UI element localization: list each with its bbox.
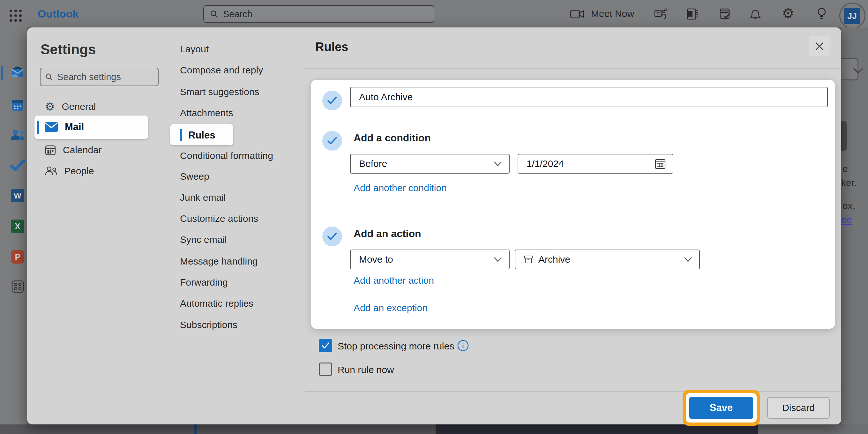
todo-icon[interactable] [719,8,732,21]
pane-divider [305,27,305,425]
close-button[interactable] [809,36,830,56]
add-another-action-link[interactable]: Add another action [353,275,434,286]
category-item-junk-email[interactable]: Junk email [180,192,226,203]
category-item-customize-actions[interactable]: Customize actions [180,214,258,224]
save-button[interactable]: Save [689,397,753,419]
category-item-sweep[interactable]: Sweep [180,172,209,182]
sidebar-item-label: Calendar [63,145,102,155]
action-target-dropdown[interactable]: Archive [515,250,700,269]
background-bottom-reading-pane [436,425,758,434]
app-launcher-waffle-icon[interactable] [9,9,22,22]
category-item-rules-selected[interactable]: Rules [170,124,233,145]
rule-editor-card: Add a condition Before 1/1/2024 Add anot… [311,80,835,329]
settings-dialog: Settings Search settings ⚙ General Mail [27,27,841,425]
archive-icon [524,255,533,264]
condition-section-title: Add a condition [353,132,431,144]
category-item-forwarding[interactable]: Forwarding [180,277,228,287]
calendar-icon[interactable] [11,98,24,112]
camera-icon[interactable] [570,9,584,19]
settings-search-input[interactable]: Search settings [40,68,159,86]
chevron-down-icon [494,161,502,166]
category-item-attachments[interactable]: Attachments [180,108,233,118]
category-item-smart-suggestions[interactable]: Smart suggestions [180,87,259,97]
check-icon [321,342,330,349]
category-item-conditional-formatting[interactable]: Conditional formatting [180,151,273,161]
background-bottom-left [0,425,436,434]
outlook-top-bar: Outlook Search Meet Now N [0,0,868,27]
category-item-automatic-replies[interactable]: Automatic replies [180,299,253,309]
discard-button[interactable]: Discard [767,397,830,419]
save-highlight-inner: Save [686,393,756,423]
settings-gear-icon[interactable]: ⚙ [782,5,794,21]
step-complete-check-icon [322,131,342,151]
action-type-value: Move to [359,254,393,265]
page-title-rules: Rules [315,40,348,54]
sidebar-item-label: People [64,166,94,177]
background-bottom-right [758,425,868,434]
tips-lightbulb-icon[interactable] [816,7,827,21]
people-icon[interactable] [10,129,25,141]
save-highlight-ring: Save [683,390,760,426]
add-another-condition-link[interactable]: Add another condition [353,183,447,193]
header-divider [305,68,841,69]
sidebar-item-calendar[interactable]: Calendar [45,140,102,160]
action-section-title: Add an action [353,228,421,240]
condition-type-value: Before [359,158,387,169]
sidebar-item-label: Mail [65,121,84,133]
more-apps-icon[interactable] [11,280,24,293]
search-icon [45,73,53,81]
notifications-bell-icon[interactable] [749,7,762,21]
condition-type-dropdown[interactable]: Before [350,154,509,174]
category-item-label: Rules [188,130,215,141]
avatar-initials[interactable]: JJ [844,8,860,24]
background-text-fragment: ker. [841,178,857,188]
search-icon [210,9,219,19]
date-picker-calendar-icon[interactable] [655,158,666,169]
rule-name-field[interactable] [350,87,828,107]
meet-now-button[interactable]: Meet Now [591,0,634,27]
category-item-sync-email[interactable]: Sync email [180,235,227,245]
run-rule-now-checkbox[interactable] [319,363,332,376]
footer-divider [305,391,841,392]
mail-icon[interactable] [10,66,25,79]
category-item-compose[interactable]: Compose and reply [180,65,263,75]
svg-text:N: N [689,11,692,17]
category-item-layout[interactable]: Layout [180,44,209,54]
category-item-subscriptions[interactable]: Subscriptions [180,320,238,330]
people-icon [45,166,57,176]
add-an-exception-link[interactable]: Add an exception [353,303,428,313]
teams-icon[interactable] [654,8,667,20]
action-type-dropdown[interactable]: Move to [350,250,509,269]
step-complete-check-icon [322,91,342,111]
onenote-icon[interactable]: N [686,8,699,21]
gear-icon: ⚙ [45,100,55,113]
condition-date-value: 1/1/2024 [527,158,564,169]
sidebar-item-mail[interactable]: Mail [34,116,148,139]
rule-name-input[interactable] [359,91,819,103]
category-item-message-handling[interactable]: Message handling [180,256,258,267]
app-rail: W X P [0,27,27,425]
close-icon [814,41,825,51]
rail-selected-indicator [1,66,3,81]
chevron-down-icon [494,256,502,262]
search-placeholder: Search [223,9,252,20]
screen: Outlook Search Meet Now N [0,0,868,434]
word-icon[interactable]: W [11,189,24,202]
condition-date-field[interactable]: 1/1/2024 [518,154,673,174]
background-chevron-down-icon [853,67,864,74]
info-icon[interactable] [457,340,469,352]
outlook-logo[interactable]: Outlook [38,0,79,27]
background-link-fragment: ee [841,214,852,225]
selected-indicator-bar [37,121,39,134]
background-selection-tick [194,425,196,434]
excel-icon[interactable]: X [11,220,24,233]
todo-check-icon[interactable] [10,160,25,172]
background-text-fragment: e [842,163,848,174]
powerpoint-icon[interactable]: P [11,250,24,264]
sidebar-item-people[interactable]: People [45,161,94,181]
sidebar-item-general[interactable]: ⚙ General [45,96,96,117]
calendar-icon [45,145,56,155]
settings-title: Settings [40,41,96,57]
stop-processing-checkbox[interactable] [319,339,332,352]
top-search-bar[interactable]: Search [203,5,434,23]
